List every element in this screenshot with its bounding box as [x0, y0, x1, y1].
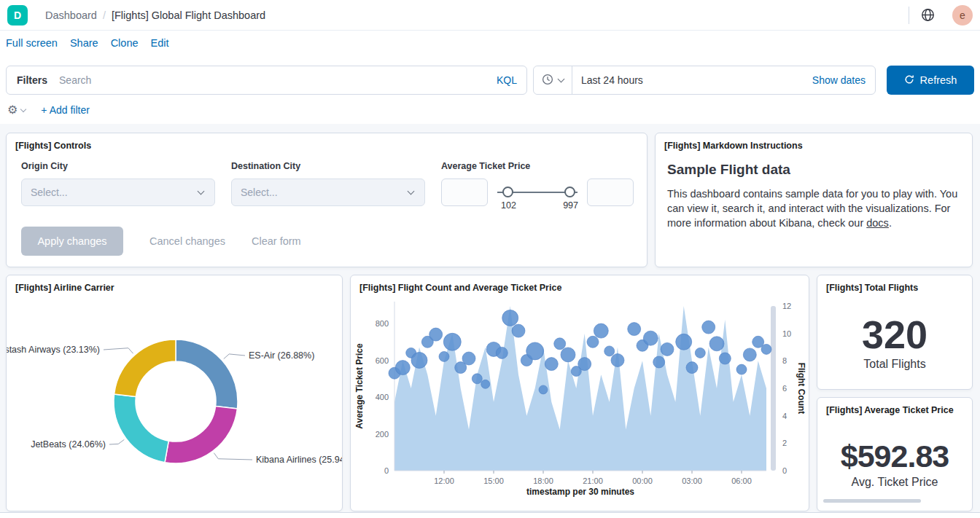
- avg-price-bubble[interactable]: [443, 333, 461, 350]
- full-screen-button[interactable]: Full screen: [6, 37, 58, 49]
- horizontal-scrollbar[interactable]: [823, 499, 921, 503]
- avg-price-bubble[interactable]: [661, 342, 674, 356]
- price-max-input[interactable]: [587, 178, 634, 206]
- avg-price-bubble[interactable]: [545, 358, 558, 371]
- avg-price-bubble[interactable]: [554, 338, 566, 350]
- time-picker-quick-menu[interactable]: [534, 66, 572, 94]
- avg-price-bubble[interactable]: [539, 385, 548, 394]
- avg-price-bubble[interactable]: [526, 342, 544, 360]
- avg-price-bubble[interactable]: [702, 321, 715, 334]
- right-axis-tick: 12: [782, 302, 791, 310]
- avg-price-bubble[interactable]: [594, 323, 608, 338]
- x-axis-tick-label: 06:00: [731, 476, 752, 485]
- avg-price-bubble[interactable]: [653, 356, 665, 368]
- avg-price-bubble[interactable]: [587, 336, 599, 348]
- avg-price-bubble[interactable]: [481, 380, 490, 388]
- panel-flights-controls: [Flights] Controls Origin City Select...…: [6, 133, 648, 267]
- slider-handle-max[interactable]: [564, 187, 575, 197]
- x-axis-tick-label: 03:00: [682, 476, 702, 485]
- avg-price-bubble[interactable]: [512, 324, 525, 337]
- edit-button[interactable]: Edit: [151, 37, 169, 49]
- origin-city-control: Origin City Select...: [21, 161, 215, 206]
- clock-icon: [542, 74, 553, 87]
- donut-slice-0[interactable]: [176, 340, 238, 409]
- avg-price-bubble[interactable]: [411, 353, 427, 369]
- avg-price-bubble[interactable]: [578, 358, 591, 371]
- search-input[interactable]: [58, 66, 487, 94]
- donut-slice-label: Logstash Airways (23.13%): [7, 345, 100, 355]
- avg-price-bubble[interactable]: [439, 351, 449, 361]
- right-axis-tick: 8: [782, 356, 787, 365]
- breadcrumb-dashboard-link[interactable]: Dashboard: [45, 9, 97, 21]
- apply-changes-button[interactable]: Apply changes: [21, 227, 123, 256]
- panel-airline-carrier: [Flights] Airline Carrier ES-Air (26.88%…: [6, 275, 343, 511]
- add-filter-button[interactable]: + Add filter: [41, 104, 90, 116]
- panel-title: [Flights] Average Ticket Price: [817, 398, 972, 415]
- time-range-label[interactable]: Last 24 hours: [572, 74, 812, 86]
- query-bar: Filters KQL: [6, 66, 527, 95]
- avg-price-bubble[interactable]: [686, 362, 698, 374]
- avg-price-label: Avg. Ticket Price: [852, 476, 938, 489]
- avg-price-bubble[interactable]: [643, 331, 658, 345]
- avg-price-bubble[interactable]: [709, 337, 724, 351]
- chevron-down-icon: [408, 188, 415, 195]
- left-axis-tick: 800: [376, 319, 389, 328]
- next-row-panel-edge: [0, 512, 980, 518]
- avg-price-bubble[interactable]: [496, 347, 508, 358]
- avg-price-bubble[interactable]: [502, 310, 518, 326]
- chevron-down-icon: [198, 188, 205, 195]
- clear-form-button[interactable]: Clear form: [252, 235, 301, 247]
- destination-city-select[interactable]: Select...: [231, 178, 425, 206]
- space-avatar[interactable]: D: [7, 5, 28, 25]
- avg-price-bubble[interactable]: [695, 348, 705, 358]
- right-axis-tick: 0: [782, 466, 787, 475]
- controls-buttons-row: Apply changes Cancel changes Clear form: [21, 227, 301, 256]
- share-button[interactable]: Share: [70, 37, 98, 49]
- show-dates-button[interactable]: Show dates: [812, 74, 875, 86]
- panel-title: [Flights] Total Flights: [817, 275, 972, 293]
- filters-menu-button[interactable]: Filters: [7, 74, 58, 86]
- avg-price-bubble[interactable]: [743, 348, 756, 361]
- right-axis-tick: 10: [782, 329, 791, 338]
- avg-price-bubble[interactable]: [628, 323, 641, 336]
- price-range-slider[interactable]: 102 997: [490, 178, 585, 212]
- chevron-down-icon: [558, 76, 565, 83]
- avg-price-bubble[interactable]: [736, 364, 747, 374]
- breadcrumb-separator: /: [103, 9, 106, 21]
- donut-callout-line: [109, 439, 124, 444]
- refresh-button[interactable]: Refresh: [887, 66, 974, 95]
- avg-price-bubble[interactable]: [472, 374, 482, 384]
- x-axis-tick-label: 18:00: [533, 476, 553, 485]
- avg-price-bubble[interactable]: [676, 334, 692, 350]
- avg-price-bubble[interactable]: [604, 346, 615, 356]
- globe-icon: [921, 13, 935, 24]
- filter-settings-gear-icon[interactable]: ⚙: [7, 104, 18, 116]
- user-avatar[interactable]: e: [952, 5, 973, 25]
- avg-price-bubble[interactable]: [761, 344, 771, 354]
- markdown-text: This dashboard contains sample data for …: [667, 188, 957, 229]
- chevron-down-icon: [20, 106, 26, 112]
- donut-slice-2[interactable]: [114, 394, 168, 463]
- slider-handle-min[interactable]: [502, 187, 513, 197]
- clone-button[interactable]: Clone: [111, 37, 139, 49]
- left-axis-tick: 200: [376, 430, 389, 439]
- space-avatar-initial: D: [14, 9, 21, 21]
- docs-link[interactable]: docs: [866, 217, 889, 229]
- avg-price-bubble[interactable]: [429, 328, 443, 341]
- avg-price-bubble[interactable]: [561, 348, 575, 362]
- help-globe-button[interactable]: [921, 8, 935, 22]
- destination-city-label: Destination City: [231, 161, 425, 171]
- origin-city-select[interactable]: Select...: [21, 178, 215, 206]
- donut-slice-1[interactable]: [165, 406, 237, 463]
- avg-price-bubble[interactable]: [395, 361, 410, 375]
- slider-max-value: 997: [563, 200, 578, 211]
- price-min-input[interactable]: [441, 178, 488, 206]
- avg-price-bubble[interactable]: [719, 353, 731, 364]
- kql-language-toggle[interactable]: KQL: [487, 74, 526, 86]
- avg-price-bubble[interactable]: [462, 352, 475, 365]
- markdown-heading: Sample Flight data: [667, 162, 960, 178]
- avg-price-bubble[interactable]: [611, 354, 624, 367]
- chart-right-scrollbar[interactable]: [771, 306, 776, 471]
- donut-slice-label: JetBeats (24.06%): [31, 439, 106, 450]
- cancel-changes-button[interactable]: Cancel changes: [149, 235, 225, 247]
